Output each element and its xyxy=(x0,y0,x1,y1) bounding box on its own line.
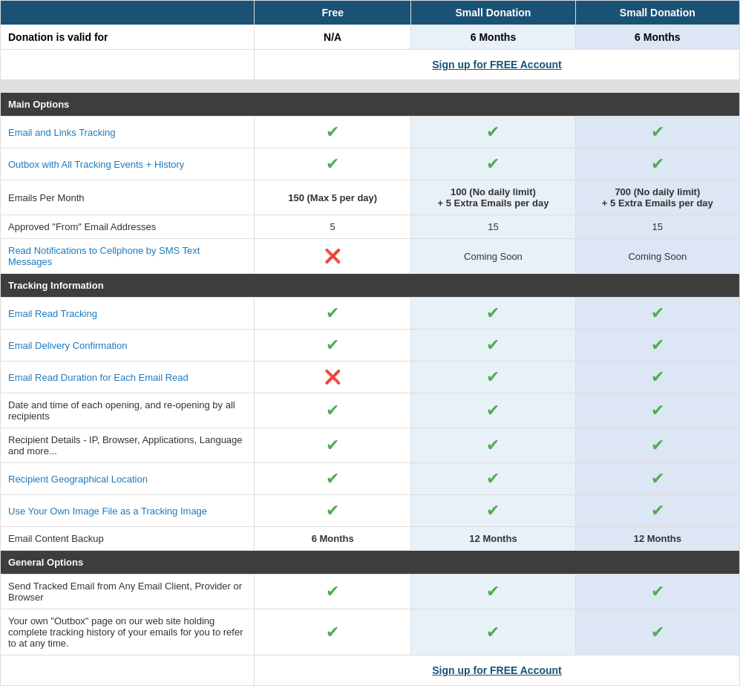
small1-cell: ✔ xyxy=(411,463,575,495)
donation-row: Donation is valid forN/A6 Months6 Months xyxy=(1,25,740,50)
feature-row: Use Your Own Image File as a Tracking Im… xyxy=(1,495,740,527)
check-icon: ✔ xyxy=(326,401,339,420)
small1-cell: 15 xyxy=(411,215,575,239)
free-cell: ✔ xyxy=(255,330,411,362)
check-icon: ✔ xyxy=(651,367,664,387)
small1-cell: 12 Months xyxy=(411,527,575,551)
header-free: Free xyxy=(255,1,411,25)
donation-free: N/A xyxy=(255,25,411,50)
signup-row-bottom: Sign up for FREE Account xyxy=(1,655,740,686)
free-cell: ✔ xyxy=(255,393,411,428)
check-icon: ✔ xyxy=(486,501,500,520)
small2-cell: ✔ xyxy=(575,298,739,330)
free-cell: 6 Months xyxy=(255,527,411,551)
small2-cell: ✔ xyxy=(575,362,739,393)
check-icon: ✔ xyxy=(651,469,664,488)
header-feature xyxy=(1,1,255,25)
check-icon: ✔ xyxy=(486,623,500,642)
small2-cell: 15 xyxy=(575,215,739,239)
small1-cell: ✔ xyxy=(411,117,575,148)
feature-link[interactable]: Recipient Geographical Location xyxy=(8,474,148,485)
small2-cell: ✔ xyxy=(575,428,739,463)
free-cell: ✔ xyxy=(255,298,411,330)
signup-bot-empty xyxy=(1,655,255,686)
check-icon: ✔ xyxy=(326,436,339,455)
small1-cell: ✔ xyxy=(411,298,575,330)
small1-cell: ✔ xyxy=(411,495,575,527)
feature-link[interactable]: Email Read Tracking xyxy=(8,308,97,319)
free-cell: ❌ xyxy=(255,362,411,393)
feature-name: Recipient Details - IP, Browser, Applica… xyxy=(1,428,255,463)
section-title-2: General Options xyxy=(1,551,740,575)
check-icon: ✔ xyxy=(651,122,664,142)
section-title-0: Main Options xyxy=(1,93,740,117)
free-cell: ✔ xyxy=(255,117,411,148)
signup-link-bottom[interactable]: Sign up for FREE Account xyxy=(432,664,561,676)
small1-cell: 100 (No daily limit)+ 5 Extra Emails per… xyxy=(411,180,575,215)
free-cell: ❌ xyxy=(255,239,411,274)
feature-name: Outbox with All Tracking Events + Histor… xyxy=(1,148,255,180)
small1-cell: ✔ xyxy=(411,575,575,609)
feature-link[interactable]: Email Read Duration for Each Email Read xyxy=(8,372,189,383)
feature-name: Email Read Tracking xyxy=(1,298,255,330)
check-icon: ✔ xyxy=(651,401,664,420)
feature-name: Email Delivery Confirmation xyxy=(1,330,255,362)
free-cell: 150 (Max 5 per day) xyxy=(255,180,411,215)
feature-row: Recipient Geographical Location✔✔✔ xyxy=(1,463,740,495)
divider-row xyxy=(1,80,740,93)
section-header-2: General Options xyxy=(1,551,740,575)
small1-cell: ✔ xyxy=(411,428,575,463)
donation-small2: 6 Months xyxy=(575,25,739,50)
check-icon: ✔ xyxy=(486,582,500,601)
pricing-table: Free Small Donation Small Donation Donat… xyxy=(0,0,740,686)
feature-name: Email and Links Tracking xyxy=(1,117,255,148)
check-icon: ✔ xyxy=(326,154,339,174)
feature-row: Email and Links Tracking✔✔✔ xyxy=(1,117,740,148)
small1-cell: ✔ xyxy=(411,148,575,180)
check-icon: ✔ xyxy=(651,501,664,520)
feature-row: Email Delivery Confirmation✔✔✔ xyxy=(1,330,740,362)
small2-cell: ✔ xyxy=(575,117,739,148)
x-icon: ❌ xyxy=(324,248,341,264)
feature-name: Send Tracked Email from Any Email Client… xyxy=(1,575,255,609)
section-header-0: Main Options xyxy=(1,93,740,117)
small2-cell: ✔ xyxy=(575,463,739,495)
feature-name: Emails Per Month xyxy=(1,180,255,215)
check-icon: ✔ xyxy=(486,367,500,387)
free-cell: ✔ xyxy=(255,609,411,655)
free-cell: ✔ xyxy=(255,463,411,495)
feature-row: Recipient Details - IP, Browser, Applica… xyxy=(1,428,740,463)
free-cell: ✔ xyxy=(255,575,411,609)
check-icon: ✔ xyxy=(486,154,500,174)
feature-link[interactable]: Read Notifications to Cellphone by SMS T… xyxy=(8,245,200,267)
x-icon: ❌ xyxy=(324,369,341,385)
feature-row: Send Tracked Email from Any Email Client… xyxy=(1,575,740,609)
check-icon: ✔ xyxy=(651,336,664,355)
signup-row-top: Sign up for FREE Account xyxy=(1,50,740,80)
free-cell: 5 xyxy=(255,215,411,239)
feature-link[interactable]: Email Delivery Confirmation xyxy=(8,340,127,351)
check-icon: ✔ xyxy=(326,336,339,355)
small1-cell: ✔ xyxy=(411,362,575,393)
small2-cell: 12 Months xyxy=(575,527,739,551)
feature-link[interactable]: Email and Links Tracking xyxy=(8,127,116,138)
signup-empty xyxy=(1,50,255,80)
check-icon: ✔ xyxy=(486,304,500,323)
check-icon: ✔ xyxy=(486,469,500,488)
header-small2: Small Donation xyxy=(575,1,739,25)
feature-row: Emails Per Month150 (Max 5 per day)100 (… xyxy=(1,180,740,215)
check-icon: ✔ xyxy=(486,336,500,355)
feature-name: Date and time of each opening, and re-op… xyxy=(1,393,255,428)
signup-link-top[interactable]: Sign up for FREE Account xyxy=(432,59,561,71)
signup-cell-bottom: Sign up for FREE Account xyxy=(255,655,740,686)
header-row: Free Small Donation Small Donation xyxy=(1,1,740,25)
header-small1: Small Donation xyxy=(411,1,575,25)
feature-link[interactable]: Use Your Own Image File as a Tracking Im… xyxy=(8,506,207,517)
check-icon: ✔ xyxy=(486,122,500,142)
free-cell: ✔ xyxy=(255,495,411,527)
small1-cell: ✔ xyxy=(411,330,575,362)
feature-link[interactable]: Outbox with All Tracking Events + Histor… xyxy=(8,159,184,170)
feature-name: Use Your Own Image File as a Tracking Im… xyxy=(1,495,255,527)
feature-row: Email Content Backup6 Months12 Months12 … xyxy=(1,527,740,551)
feature-name: Email Read Duration for Each Email Read xyxy=(1,362,255,393)
